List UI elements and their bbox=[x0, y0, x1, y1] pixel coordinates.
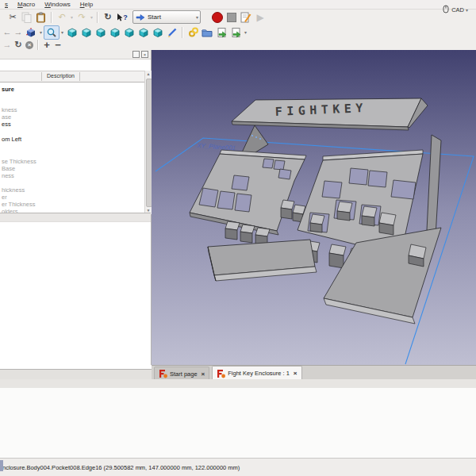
model-tree[interactable]: sure kness ase ess om Left se Thickness … bbox=[0, 81, 144, 213]
fit-dropdown-caret[interactable]: ▾ bbox=[38, 29, 44, 35]
measure-pencil-icon bbox=[167, 27, 178, 38]
scissors-icon: ✂ bbox=[9, 13, 16, 21]
preselection-message: nclosure.Body004.Pocket008.Edge16 (29.50… bbox=[2, 464, 240, 471]
model-top-lid[interactable]: FIGHTKEY bbox=[232, 98, 428, 130]
tree-item[interactable]: er Thickness bbox=[2, 201, 35, 208]
view-front-icon bbox=[82, 28, 91, 37]
toolbar-view: ← → ▾ ▾ ▾ bbox=[0, 25, 476, 40]
undo-icon: ↶ bbox=[58, 13, 65, 21]
dock-close-button[interactable]: × bbox=[141, 51, 148, 58]
macro-edit-button[interactable] bbox=[239, 11, 253, 24]
zoom-dropdown-caret[interactable]: ▾ bbox=[60, 29, 65, 35]
tree-item[interactable]: ess bbox=[2, 121, 11, 128]
export-arrow-icon bbox=[217, 27, 227, 38]
freecad-icon bbox=[159, 369, 167, 378]
macro-stop-button[interactable] bbox=[225, 11, 239, 24]
menu-bar: s Macro Windows Help bbox=[0, 0, 476, 10]
tree-item[interactable]: hickness bbox=[2, 186, 25, 194]
link-group-button[interactable] bbox=[200, 26, 214, 39]
back-arrow-icon: ← bbox=[3, 28, 12, 36]
clipboard-icon bbox=[36, 12, 47, 23]
undo-history-dropdown[interactable]: ▾ bbox=[69, 14, 75, 20]
undo-button[interactable]: ↶ bbox=[55, 11, 69, 24]
redo-button[interactable]: ↷ bbox=[75, 11, 89, 24]
link-make-button[interactable] bbox=[186, 26, 200, 39]
dock-titlebar[interactable]: × bbox=[0, 50, 151, 60]
copy-icon bbox=[21, 12, 33, 23]
menu-item-windows[interactable]: Windows bbox=[40, 1, 75, 8]
plus-icon: + bbox=[44, 40, 50, 50]
tab-label: Fight Key Enclosure : 1 bbox=[228, 370, 290, 377]
property-editor-empty[interactable] bbox=[0, 221, 151, 370]
menu-item-macro[interactable]: Macro bbox=[13, 1, 40, 8]
navigation-style-caret: ▾ bbox=[464, 7, 470, 13]
fit-all-button[interactable] bbox=[24, 26, 38, 39]
blue-folder-icon bbox=[202, 27, 213, 38]
nav-forward-button[interactable]: → bbox=[13, 26, 24, 39]
tree-item[interactable]: er bbox=[2, 194, 7, 201]
tab-fight-key-enclosure[interactable]: Fight Key Enclosure : 1 × bbox=[212, 366, 301, 380]
redo-icon: ↷ bbox=[78, 13, 85, 21]
zoom-tool-button[interactable] bbox=[44, 25, 60, 40]
stop-x-icon: × bbox=[25, 41, 33, 49]
view-axonometric-button[interactable] bbox=[65, 26, 79, 39]
yellow-link-icon bbox=[188, 27, 198, 37]
window-lower-area bbox=[0, 388, 476, 458]
workbench-dropdown-caret: ▾ bbox=[194, 14, 200, 20]
tree-scrollbar[interactable]: ▲ ▼ bbox=[144, 71, 152, 214]
tree-item[interactable]: se Thickness bbox=[2, 158, 36, 165]
workbench-arrow-icon bbox=[136, 13, 145, 22]
stop-icon bbox=[227, 13, 236, 22]
tab-close-icon[interactable]: × bbox=[294, 370, 298, 377]
toolbar-web-nav: → ↻ × + − bbox=[0, 40, 476, 51]
menu-item-fragment[interactable]: s bbox=[0, 1, 13, 8]
navigation-style-selector[interactable]: CAD ▾ bbox=[443, 5, 470, 14]
link-dropdown-caret[interactable]: ▾ bbox=[243, 29, 248, 35]
cut-button[interactable]: ✂ bbox=[6, 11, 20, 24]
view-top-button[interactable] bbox=[94, 26, 108, 39]
view-front-button[interactable] bbox=[79, 26, 94, 39]
play-icon: ▶ bbox=[256, 13, 263, 22]
view-left-button[interactable] bbox=[151, 26, 165, 39]
toolbar-separator bbox=[37, 40, 39, 51]
link-select-button[interactable] bbox=[228, 26, 243, 39]
paste-button[interactable] bbox=[34, 11, 48, 24]
refresh-button[interactable]: ↻ bbox=[101, 11, 115, 24]
view-top-icon bbox=[96, 28, 106, 37]
macro-execute-button[interactable]: ▶ bbox=[253, 11, 267, 24]
whats-this-button[interactable]: ? bbox=[115, 11, 129, 24]
toolbar-separator bbox=[182, 27, 183, 38]
workbench-selector-value: Start bbox=[148, 13, 161, 21]
view-bottom-icon bbox=[139, 28, 148, 37]
mouse-icon bbox=[443, 5, 450, 14]
link-go-button[interactable] bbox=[214, 26, 228, 39]
tab-label: Start page bbox=[170, 370, 198, 378]
record-icon bbox=[212, 12, 223, 23]
measure-distance-button[interactable] bbox=[165, 26, 179, 39]
copy-button[interactable] bbox=[20, 11, 34, 24]
tree-item[interactable]: Base bbox=[2, 165, 15, 172]
tab-close-icon[interactable]: × bbox=[202, 370, 205, 378]
workbench-selector[interactable]: Start ▾ bbox=[132, 10, 201, 24]
macro-record-button[interactable] bbox=[210, 11, 225, 24]
view-rear-icon bbox=[125, 28, 134, 37]
dock-float-button[interactable] bbox=[132, 51, 140, 58]
view-rear-button[interactable] bbox=[122, 26, 136, 39]
viewport-3d[interactable]: XY_Plane001 FIGHTKEY bbox=[152, 50, 476, 365]
tree-item[interactable]: ase bbox=[2, 113, 11, 121]
tree-item-document[interactable]: sure bbox=[2, 86, 14, 93]
web-forward-icon: → bbox=[3, 40, 12, 49]
scroll-up-arrow[interactable]: ▲ bbox=[145, 71, 152, 78]
tab-start-page[interactable]: Start page × bbox=[154, 367, 209, 380]
column-separator[interactable] bbox=[79, 72, 80, 81]
menu-item-help[interactable]: Help bbox=[75, 1, 98, 8]
view-right-button[interactable] bbox=[108, 26, 122, 39]
redo-history-dropdown[interactable]: ▾ bbox=[89, 14, 94, 20]
tree-item[interactable]: om Left bbox=[2, 136, 21, 143]
view-bottom-button[interactable] bbox=[136, 26, 151, 39]
tree-item[interactable]: kness bbox=[2, 106, 17, 113]
tree-item[interactable]: ness bbox=[2, 172, 14, 179]
description-column-header[interactable]: Description bbox=[42, 73, 79, 79]
nav-back-button[interactable]: ← bbox=[2, 26, 13, 39]
navigation-style-value: CAD bbox=[451, 6, 464, 13]
